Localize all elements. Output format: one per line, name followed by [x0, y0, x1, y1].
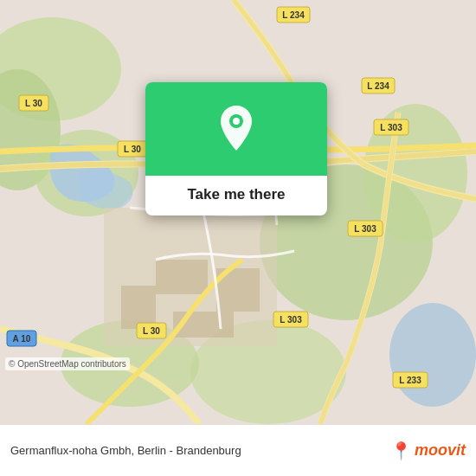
popup-header: [145, 82, 327, 176]
popup-card: Take me there: [145, 82, 327, 215]
svg-point-35: [233, 118, 240, 125]
svg-text:L 30: L 30: [25, 99, 42, 108]
svg-text:L 233: L 233: [399, 376, 421, 385]
svg-text:L 234: L 234: [367, 81, 389, 91]
svg-text:L 303: L 303: [280, 315, 302, 325]
svg-text:L 234: L 234: [282, 10, 305, 20]
moovit-brand-text: moovit: [415, 441, 466, 460]
svg-text:L 303: L 303: [354, 224, 376, 234]
location-title: Germanflux-noha Gmbh, Berlin - Brandenbu…: [10, 444, 241, 457]
popup-label-section[interactable]: Take me there: [145, 176, 327, 215]
moovit-logo: 📍 moovit: [390, 441, 466, 461]
svg-text:L 303: L 303: [380, 123, 402, 132]
map-container: L 234 L 234 L 30 L 30 L 303 L 303 L 303 …: [0, 0, 476, 424]
bottom-bar: Germanflux-noha Gmbh, Berlin - Brandenbu…: [0, 424, 476, 476]
take-me-there-button[interactable]: Take me there: [187, 186, 285, 203]
svg-text:L 30: L 30: [143, 326, 160, 336]
svg-point-8: [389, 303, 476, 407]
svg-rect-10: [156, 260, 208, 294]
osm-credit: © OpenStreetMap contributors: [5, 357, 130, 370]
moovit-pin-icon: 📍: [390, 441, 412, 461]
svg-text:A 10: A 10: [13, 334, 31, 344]
location-pin-icon: [215, 104, 257, 154]
svg-text:L 30: L 30: [124, 145, 141, 154]
